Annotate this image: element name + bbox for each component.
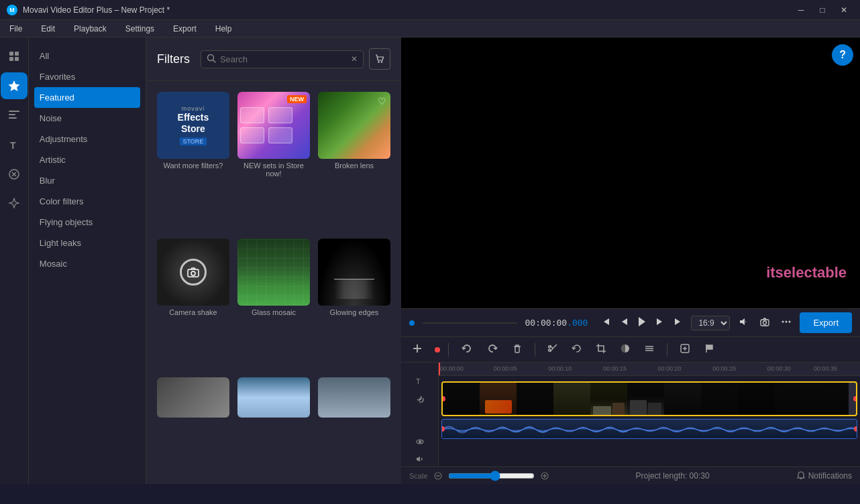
track-link-icon[interactable] xyxy=(409,391,431,407)
filter-card-store[interactable]: movavi Effects Store STORE Want more fil… xyxy=(157,92,229,231)
audio-handle-right[interactable] xyxy=(854,426,857,432)
rotate-button[interactable] xyxy=(568,340,586,359)
cart-button[interactable] xyxy=(369,48,390,70)
tool-transitions[interactable] xyxy=(1,161,28,188)
tool-titles[interactable] xyxy=(1,102,28,129)
svg-point-15 xyxy=(191,271,195,275)
menu-file[interactable]: File xyxy=(5,23,26,35)
crop-button[interactable] xyxy=(592,340,610,359)
snapshot-button[interactable] xyxy=(757,314,773,332)
add-track-button[interactable] xyxy=(408,340,427,359)
sidebar-item-adjustments[interactable]: Adjustments xyxy=(29,129,146,149)
color-button[interactable] xyxy=(616,340,635,359)
search-box: ✕ xyxy=(201,50,364,68)
menu-settings[interactable]: Settings xyxy=(121,23,158,35)
watermark: itselectable xyxy=(766,264,847,281)
aspect-ratio-select[interactable]: 16:9 xyxy=(691,316,730,330)
filter-card-glass-mosaic[interactable]: Glass mosaic xyxy=(237,239,310,369)
filters-grid: movavi Effects Store STORE Want more fil… xyxy=(146,81,401,484)
preview-controls: 00:00:00.000 xyxy=(401,308,860,336)
sidebar-item-all[interactable]: All xyxy=(29,46,146,66)
audio-volume-icon[interactable] xyxy=(409,451,431,466)
sidebar-item-featured[interactable]: Featured xyxy=(34,87,140,108)
sidebar-item-color-filters[interactable]: Color filters xyxy=(29,191,146,212)
filter-card-new-sets[interactable]: NEW NEW sets in Store now! xyxy=(237,92,310,231)
notifications-button[interactable]: Notifications xyxy=(796,471,852,481)
sidebar-item-artistic[interactable]: Artistic xyxy=(29,149,146,170)
menu-help[interactable]: Help xyxy=(211,23,236,35)
audio-track-wrapper xyxy=(441,419,857,439)
menu-playback[interactable]: Playback xyxy=(70,23,111,35)
svg-point-20 xyxy=(786,320,788,322)
filters-panel: Filters ✕ movavi Effects Store xyxy=(146,38,401,484)
cut-button[interactable] xyxy=(543,340,562,359)
sidebar-item-favorites[interactable]: Favorites xyxy=(29,66,146,87)
menu-export[interactable]: Export xyxy=(169,23,201,35)
tool-favorites[interactable] xyxy=(1,72,28,99)
insert-button[interactable] xyxy=(676,340,694,359)
svg-rect-1 xyxy=(15,52,19,56)
step-back-button[interactable] xyxy=(616,314,631,332)
filter-card-row2-3[interactable] xyxy=(318,377,390,473)
redo-button[interactable] xyxy=(482,340,502,360)
track-handle-right[interactable] xyxy=(853,396,857,401)
sidebar-item-blur[interactable]: Blur xyxy=(29,170,146,191)
maximize-button[interactable]: □ xyxy=(813,3,832,17)
volume-button[interactable] xyxy=(735,314,751,332)
sidebar-item-flying-objects[interactable]: Flying objects xyxy=(29,212,146,233)
ruler-mark-35: 00:00:35 xyxy=(814,365,837,372)
play-button[interactable] xyxy=(633,313,651,333)
filter-card-camera-shake[interactable]: Camera shake xyxy=(157,239,229,369)
filters-header: Filters ✕ xyxy=(146,38,401,81)
tool-effects[interactable] xyxy=(1,190,28,217)
svg-text:T: T xyxy=(10,140,16,151)
search-input[interactable] xyxy=(220,54,347,64)
goto-end-button[interactable] xyxy=(671,314,686,332)
svg-rect-5 xyxy=(9,111,19,112)
scale-decrease-icon xyxy=(433,471,443,481)
video-track-wrapper xyxy=(441,381,857,416)
sidebar-item-light-leaks[interactable]: Light leaks xyxy=(29,233,146,253)
filter-card-broken-lens[interactable]: ♡ Broken lens xyxy=(318,92,390,231)
sidebar-item-noise[interactable]: Noise xyxy=(29,108,146,129)
tool-media[interactable] xyxy=(1,43,28,70)
goto-start-button[interactable] xyxy=(598,314,613,332)
svg-rect-2 xyxy=(9,57,13,61)
svg-point-19 xyxy=(782,320,784,322)
svg-rect-6 xyxy=(9,114,15,115)
filter-card-row2-2[interactable] xyxy=(237,377,310,473)
tracks-container xyxy=(439,376,860,443)
audio-track[interactable] xyxy=(441,419,857,439)
undo-button[interactable] xyxy=(457,340,477,360)
separator-3 xyxy=(667,343,667,357)
timeline-left-panel: T xyxy=(401,363,439,466)
delete-button[interactable] xyxy=(508,340,527,359)
scale-slider[interactable] xyxy=(448,470,535,481)
app-title: Movavi Video Editor Plus – New Project * xyxy=(23,5,170,15)
timeline-toolbar xyxy=(401,337,860,363)
audio-button[interactable] xyxy=(640,340,659,359)
ruler-mark-0: 00:00:00 xyxy=(440,365,464,372)
tool-text[interactable]: T xyxy=(1,131,28,158)
step-forward-button[interactable] xyxy=(653,314,668,332)
audio-eye-icon[interactable] xyxy=(409,434,431,450)
flag-button[interactable] xyxy=(700,340,718,359)
video-track[interactable] xyxy=(441,381,857,416)
export-button[interactable]: Export xyxy=(800,312,852,333)
close-button[interactable]: ✕ xyxy=(835,3,853,17)
playhead-indicator xyxy=(409,320,415,326)
help-button[interactable]: ? xyxy=(832,44,853,66)
svg-line-11 xyxy=(213,60,215,62)
filters-sidebar: All Favorites Featured Noise Adjustments… xyxy=(29,38,146,484)
more-options-button[interactable] xyxy=(778,314,794,332)
clear-search-icon[interactable]: ✕ xyxy=(351,54,358,64)
sidebar-item-mosaic[interactable]: Mosaic xyxy=(29,253,146,274)
track-text-icon: T xyxy=(409,373,431,389)
filter-label-broken-lens: Broken lens xyxy=(318,159,390,172)
filter-card-glowing-edges[interactable]: Glowing edges xyxy=(318,239,390,369)
preview-progress-bar[interactable] xyxy=(423,322,517,324)
search-icon xyxy=(207,54,216,65)
filter-card-row2-1[interactable] xyxy=(157,377,229,473)
menu-edit[interactable]: Edit xyxy=(37,23,59,35)
minimize-button[interactable]: ─ xyxy=(792,3,810,17)
